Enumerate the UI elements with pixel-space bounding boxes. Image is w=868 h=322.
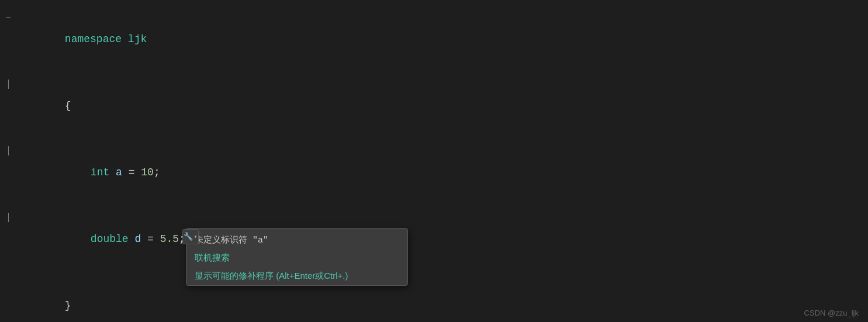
code-editor: − namespace ljk │ { │ int a = 10; │ doub… <box>0 0 868 322</box>
error-popup: 未定义标识符 "a" 联机搜索 显示可能的修补程序 (Alt+Enter或Ctr… <box>186 228 408 286</box>
dropdown-arrow: ▾ <box>193 233 197 240</box>
keyword-double: double <box>91 233 129 245</box>
line-content-2: { <box>12 72 71 139</box>
code-line-4: │ double d = 5.5; <box>0 206 868 272</box>
line-content-3: int a = 10; <box>12 139 160 206</box>
line-content-5: } <box>12 272 71 322</box>
var-d: d <box>134 233 141 245</box>
lightbulb-icon: 🔧 <box>184 232 193 241</box>
namespace-name: ljk <box>128 33 147 45</box>
line-content-4: double d = 5.5; <box>12 206 185 272</box>
popup-item-show-fixes[interactable]: 显示可能的修补程序 (Alt+Enter或Ctrl+.) <box>186 267 407 285</box>
num-10: 10 <box>141 167 154 178</box>
var-a: a <box>116 167 122 178</box>
gutter-3: │ <box>6 140 11 162</box>
keyword-int: int <box>91 167 109 178</box>
code-line-5: │ } <box>0 272 868 322</box>
code-line-1: − namespace ljk <box>0 6 868 72</box>
gutter-4: │ <box>6 206 11 228</box>
keyword-namespace: namespace <box>65 33 122 45</box>
code-line-2: │ { <box>0 72 868 139</box>
code-line-3: │ int a = 10; <box>0 139 868 206</box>
gutter-2: │ <box>6 73 11 95</box>
lightbulb-button[interactable]: 🔧 ▾ <box>182 229 199 244</box>
popup-error-text: 未定义标识符 "a" <box>186 228 407 249</box>
csdn-watermark: CSDN @zzu_ljk <box>804 309 859 317</box>
line-content-1: namespace ljk <box>12 6 147 72</box>
num-55: 5.5 <box>160 233 179 245</box>
popup-item-online-search[interactable]: 联机搜索 <box>186 249 407 267</box>
collapse-icon-1[interactable]: − <box>6 6 11 29</box>
code-area: − namespace ljk │ { │ int a = 10; │ doub… <box>0 0 868 322</box>
